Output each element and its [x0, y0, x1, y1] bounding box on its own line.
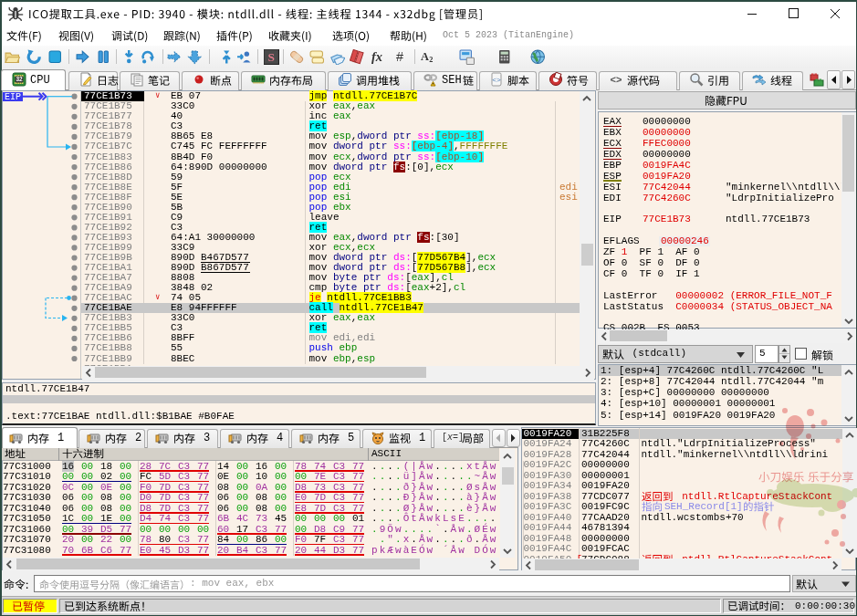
svg-text:S: S [268, 50, 275, 64]
svg-text:#: # [396, 49, 403, 64]
svg-text:fx: fx [371, 49, 382, 64]
svg-text:<>: <> [492, 76, 501, 84]
svg-text:A: A [421, 50, 429, 63]
svg-text:2: 2 [429, 56, 433, 64]
svg-text:<>: <> [611, 74, 622, 85]
